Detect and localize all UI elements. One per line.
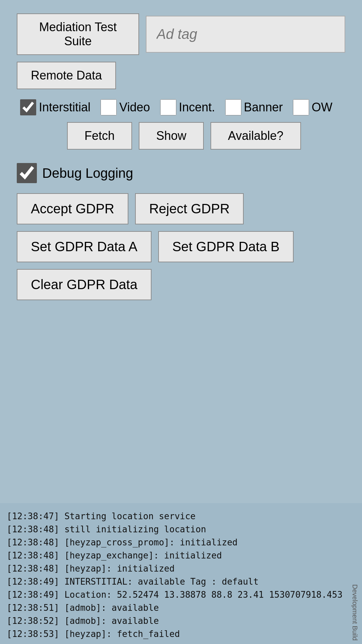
debug-logging-label: Debug Logging	[42, 166, 133, 181]
ow-checkbox[interactable]	[293, 99, 309, 115]
set-gdpr-a-button[interactable]: Set GDPR Data A	[17, 231, 152, 262]
log-line: [12:38:52] [admob]: available	[7, 614, 355, 628]
interstitial-label: Interstitial	[39, 100, 90, 114]
show-button[interactable]: Show	[139, 122, 204, 150]
app-title: Mediation Test Suite	[17, 13, 139, 55]
checkboxes-row: Interstitial Video Incent. Banner OW	[20, 99, 345, 115]
video-checkbox[interactable]	[101, 99, 117, 115]
incent-label: Incent.	[179, 100, 215, 114]
clear-gdpr-button[interactable]: Clear GDPR Data	[17, 269, 152, 300]
incent-group: Incent.	[160, 99, 215, 115]
available-button[interactable]: Available?	[210, 122, 301, 150]
video-group: Video	[101, 99, 150, 115]
interstitial-group: Interstitial	[20, 99, 90, 115]
gdpr-row-2: Set GDPR Data A Set GDPR Data B	[17, 231, 345, 262]
action-buttons-row: Fetch Show Available?	[67, 122, 345, 150]
dev-build-label: Development Build	[351, 584, 359, 641]
log-line: [12:38:53] [heyzap]: fetch_failed	[7, 628, 355, 641]
log-line: [12:38:49] Location: 52.52474 13.38878 8…	[7, 588, 355, 601]
debug-logging-checkbox[interactable]	[17, 163, 37, 183]
set-gdpr-b-button[interactable]: Set GDPR Data B	[158, 231, 294, 262]
accept-gdpr-button[interactable]: Accept GDPR	[17, 193, 128, 224]
ow-label: OW	[312, 100, 333, 114]
gdpr-row-1: Accept GDPR Reject GDPR	[17, 193, 345, 224]
gdpr-section: Accept GDPR Reject GDPR Set GDPR Data A …	[17, 193, 345, 300]
log-line: [12:38:48] [heyzap_exchange]: initialize…	[7, 549, 355, 562]
log-line: [12:38:47] Starting location service	[7, 510, 355, 523]
log-line: [12:38:51] [admob]: available	[7, 601, 355, 614]
remote-data-button[interactable]: Remote Data	[17, 62, 116, 89]
video-label: Video	[119, 100, 150, 114]
log-line: [12:38:49] INTERSTITIAL: available Tag :…	[7, 575, 355, 588]
log-line: [12:38:48] [heyzap]: initialized	[7, 562, 355, 575]
ow-group: OW	[293, 99, 333, 115]
log-line: [12:38:48] still initializing location	[7, 523, 355, 536]
gdpr-row-3: Clear GDPR Data	[17, 269, 345, 300]
remote-data-row: Remote Data	[17, 62, 345, 89]
reject-gdpr-button[interactable]: Reject GDPR	[135, 193, 244, 224]
ad-tag-input[interactable]	[146, 16, 345, 53]
log-area: [12:38:47] Starting location service[12:…	[0, 503, 362, 644]
incent-checkbox[interactable]	[160, 99, 176, 115]
log-line: [12:38:48] [heyzap_cross_promo]: initial…	[7, 536, 355, 549]
fetch-button[interactable]: Fetch	[67, 122, 132, 150]
banner-label: Banner	[244, 100, 283, 114]
top-row: Mediation Test Suite	[17, 13, 345, 55]
interstitial-checkbox[interactable]	[20, 99, 36, 115]
banner-checkbox[interactable]	[225, 99, 241, 115]
debug-row: Debug Logging	[17, 163, 345, 183]
banner-group: Banner	[225, 99, 283, 115]
